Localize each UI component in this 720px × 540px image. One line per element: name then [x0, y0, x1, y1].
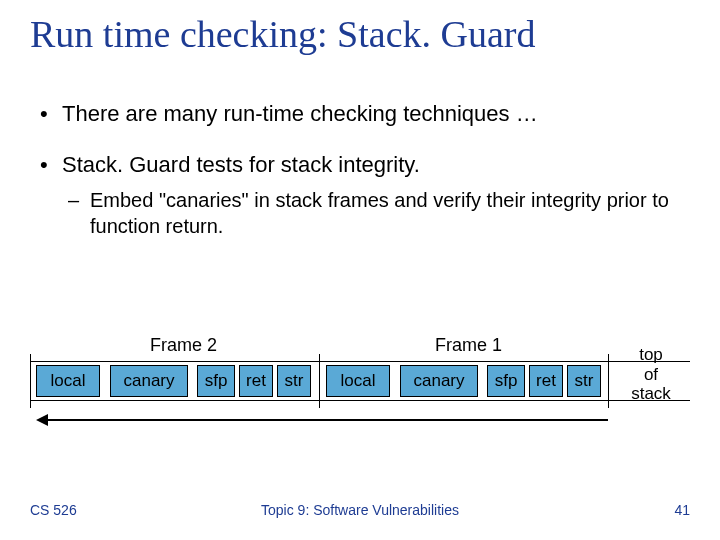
cell-local: local	[36, 365, 100, 397]
bullet-text: Stack. Guard tests for stack integrity.	[62, 151, 420, 180]
footer-page: 41	[674, 502, 690, 518]
cell-ret: ret	[529, 365, 563, 397]
stack-diagram: Frame 2 Frame 1 local canary sfp ret str…	[30, 335, 690, 401]
frame1-label: Frame 1	[435, 335, 502, 356]
bullet-dot: •	[40, 151, 62, 180]
cell-local: local	[326, 365, 390, 397]
bullet-dash: –	[68, 187, 90, 239]
footer-topic: Topic 9: Software Vulnerabilities	[0, 502, 720, 518]
tick	[319, 354, 320, 408]
cell-str: str	[567, 365, 601, 397]
top-of-stack-label: top of stack	[626, 345, 676, 404]
tick	[30, 354, 31, 408]
slide-title: Run time checking: Stack. Guard	[30, 12, 690, 56]
frame2-label: Frame 2	[150, 335, 217, 356]
bullet-dot: •	[40, 100, 62, 129]
cell-sfp: sfp	[197, 365, 235, 397]
stack-growth-arrow	[38, 419, 608, 421]
cell-ret: ret	[239, 365, 273, 397]
bullet-2: • Stack. Guard tests for stack integrity…	[40, 151, 680, 180]
frame-labels: Frame 2 Frame 1	[30, 335, 690, 361]
slide: Run time checking: Stack. Guard • There …	[0, 0, 720, 540]
cell-canary: canary	[110, 365, 188, 397]
cell-sfp: sfp	[487, 365, 525, 397]
subbullet-1: – Embed "canaries" in stack frames and v…	[68, 187, 680, 239]
stack-strip: local canary sfp ret str local canary sf…	[30, 361, 690, 401]
slide-body: • There are many run-time checking techn…	[40, 100, 680, 239]
tick	[608, 354, 609, 408]
bullet-1: • There are many run-time checking techn…	[40, 100, 680, 129]
cell-str: str	[277, 365, 311, 397]
subbullet-text: Embed "canaries" in stack frames and ver…	[90, 187, 680, 239]
bullet-text: There are many run-time checking techniq…	[62, 100, 538, 129]
cell-canary: canary	[400, 365, 478, 397]
